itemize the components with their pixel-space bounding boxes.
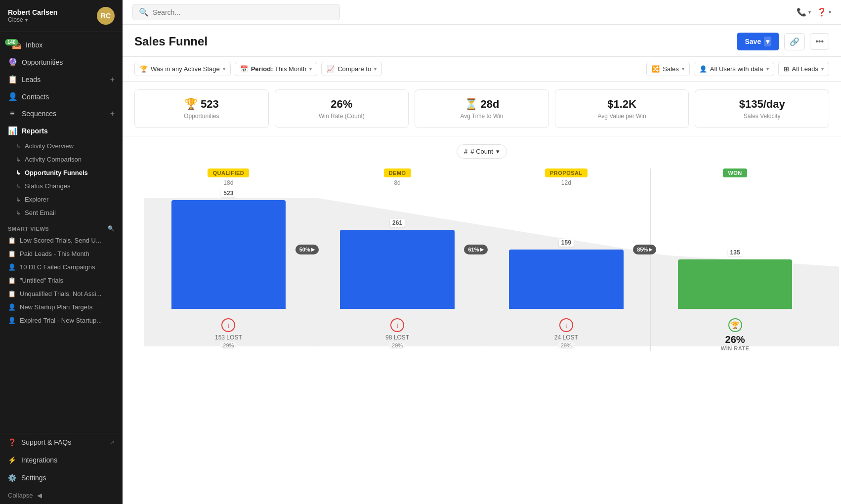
qualified-lost-count: 153 LOST (215, 334, 242, 341)
proposal-bar: 159 (509, 250, 624, 309)
sales-filter-chevron: ▾ (682, 66, 684, 72)
search-input[interactable] (153, 8, 334, 16)
smart-view-item-5[interactable]: 📋 Unqualified Trials, Not Assi... (0, 287, 123, 300)
count-toggle-button[interactable]: # # Count ▾ (457, 144, 507, 159)
integrations-item[interactable]: ⚡ Integrations (0, 451, 123, 469)
sidebar-header: Robert Carlsen Close ▾ RC (0, 0, 123, 32)
users-filter-chevron: ▾ (766, 66, 769, 72)
leads-add-icon[interactable]: + (110, 75, 115, 84)
stat-label-avg-time: Avg Time to Win (460, 113, 503, 120)
smart-view-item-4[interactable]: 📋 "Untitled" Trials (0, 274, 123, 287)
opportunity-funnels-label: Opportunity Funnels (25, 169, 88, 176)
stat-label-win-rate: Win Rate (Count) (319, 113, 365, 120)
proposal-lost: ↓ 24 LOST 29% (490, 314, 643, 349)
sidebar-bottom: ❓ Support & FAQs ↗ ⚡ Integrations ⚙️ Set… (0, 433, 123, 504)
link-button[interactable]: 🔗 (784, 33, 805, 50)
subnav-arrow-icon-3: ↳ (16, 169, 21, 176)
subnav-arrow-icon-2: ↳ (16, 156, 21, 163)
leads-label: Leads (22, 76, 41, 84)
avatar[interactable]: RC (97, 7, 115, 25)
stat-value-opportunities: 🏆 523 (184, 98, 219, 111)
hash-icon: # (464, 148, 467, 155)
won-bar: 135 (678, 259, 793, 309)
save-dropdown-arrow[interactable]: ▾ (764, 37, 771, 46)
sidebar-item-reports[interactable]: 📊 Reports (0, 122, 123, 139)
stage-demo-header: DEMO 8d (384, 168, 411, 186)
proposal-bar-area: 159 85% ▶ (490, 190, 643, 309)
chart-controls: # # Count ▾ (134, 144, 829, 159)
stat-value-avg-time: ⏳ 28d (464, 98, 500, 111)
sv7-icon: 👤 (8, 317, 16, 324)
integrations-icon: ⚡ (8, 456, 16, 464)
proposal-lost-icon: ↓ (559, 318, 573, 332)
users-filter[interactable]: 👤 All Users with data ▾ (694, 62, 774, 76)
stat-value-win-rate: 26% (331, 98, 352, 111)
stat-card-avg-time: ⏳ 28d Avg Time to Win (415, 89, 549, 128)
demo-bar: 261 (340, 230, 455, 309)
sidebar-item-sequences[interactable]: ≡ Sequences + (0, 105, 123, 122)
compare-filter[interactable]: 📈 Compare to ▾ (321, 62, 382, 76)
user-info: Robert Carlsen Close ▾ (8, 8, 57, 23)
sent-email-label: Sent Email (25, 209, 56, 216)
sidebar-item-inbox[interactable]: 140 📥 Inbox (0, 36, 123, 53)
phone-icon[interactable]: 📞 ▾ (797, 7, 811, 17)
smart-view-item-1[interactable]: 📋 Low Scored Trials, Send U... (0, 234, 123, 247)
count-chevron: ▾ (496, 148, 500, 155)
smart-views-search-icon[interactable]: 🔍 (108, 225, 115, 232)
demo-count: 261 (390, 219, 405, 227)
reports-icon: 📊 (8, 126, 17, 135)
sidebar-item-contacts[interactable]: 👤 Contacts (0, 88, 123, 105)
won-count: 135 (728, 249, 743, 256)
compare-filter-icon: 📈 (327, 65, 335, 73)
page-header: Sales Funnel Save ▾ 🔗 ••• (123, 25, 841, 57)
save-button[interactable]: Save ▾ (737, 33, 779, 50)
won-bar-area: 135 (659, 190, 811, 309)
sidebar-subnav-activity-overview[interactable]: ↳ Activity Overview (0, 139, 123, 153)
sidebar-item-opportunities[interactable]: 🔮 Opportunities (0, 53, 123, 71)
help-icon[interactable]: ❓ ▾ (817, 7, 831, 17)
sales-filter[interactable]: 🔀 Sales ▾ (646, 62, 690, 76)
sidebar-subnav-opportunity-funnels[interactable]: ↳ Opportunity Funnels (0, 166, 123, 179)
compare-filter-label: Compare to (337, 65, 371, 73)
subnav-arrow-icon: ↳ (16, 143, 21, 150)
filter-bar: 🏆 Was in any Active Stage ▾ 📅 Period: Th… (123, 57, 841, 82)
smart-view-item-3[interactable]: 👤 10 DLC Failed Campaigns (0, 260, 123, 274)
settings-item[interactable]: ⚙️ Settings (0, 469, 123, 487)
qualified-badge: QUALIFIED (208, 168, 249, 177)
sidebar-subnav-sent-email[interactable]: ↳ Sent Email (0, 206, 123, 219)
sidebar-subnav-status-changes[interactable]: ↳ Status Changes (0, 179, 123, 193)
demo-lost-icon: ↓ (390, 318, 404, 332)
sales-filter-label: Sales (663, 65, 679, 73)
sidebar-item-leads[interactable]: 📋 Leads + (0, 71, 123, 88)
activity-comparison-label: Activity Comparison (25, 156, 82, 163)
smart-view-item-7[interactable]: 👤 Expired Trial - New Startup... (0, 314, 123, 327)
search-box[interactable]: 🔍 (132, 4, 340, 20)
demo-badge: DEMO (384, 168, 411, 177)
qualified-count: 523 (221, 189, 236, 197)
leads-filter[interactable]: ⊞ All Leads ▾ (778, 62, 829, 76)
main-content: 🔍 📞 ▾ ❓ ▾ Sales Funnel Save ▾ 🔗 ••• 🏆 Wa… (123, 0, 841, 504)
settings-icon: ⚙️ (8, 474, 16, 482)
sidebar-subnav-explorer[interactable]: ↳ Explorer (0, 193, 123, 206)
stage-qualified: QUALIFIED 18d 523 50% ▶ (144, 168, 313, 351)
collapse-label: Collapse (8, 492, 33, 499)
period-filter[interactable]: 📅 Period: This Month ▾ (235, 62, 318, 76)
demo-lost: ↓ 98 LOST 29% (321, 314, 474, 349)
sidebar: Robert Carlsen Close ▾ RC 140 📥 Inbox 🔮 … (0, 0, 123, 504)
sequences-add-icon[interactable]: + (110, 109, 115, 118)
sv4-icon: 📋 (8, 277, 16, 284)
qualified-lost-pct: 29% (220, 342, 237, 349)
stage-filter[interactable]: 🏆 Was in any Active Stage ▾ (134, 62, 231, 76)
smart-view-item-6[interactable]: 👤 New Startup Plan Targets (0, 300, 123, 314)
sv1-icon: 📋 (8, 237, 16, 244)
collapse-button[interactable]: Collapse ◀ (0, 487, 123, 504)
more-options-button[interactable]: ••• (810, 33, 829, 50)
stage-won-header: WON (723, 168, 747, 186)
search-icon: 🔍 (139, 7, 149, 17)
smart-view-item-2[interactable]: 📋 Paid Leads - This Month (0, 247, 123, 260)
users-filter-icon: 👤 (699, 65, 707, 73)
arrow-right-icon: ▶ (311, 247, 315, 252)
sidebar-subnav-activity-comparison[interactable]: ↳ Activity Comparison (0, 153, 123, 166)
user-sub: Close ▾ (8, 16, 57, 23)
support-item[interactable]: ❓ Support & FAQs ↗ (0, 433, 123, 451)
